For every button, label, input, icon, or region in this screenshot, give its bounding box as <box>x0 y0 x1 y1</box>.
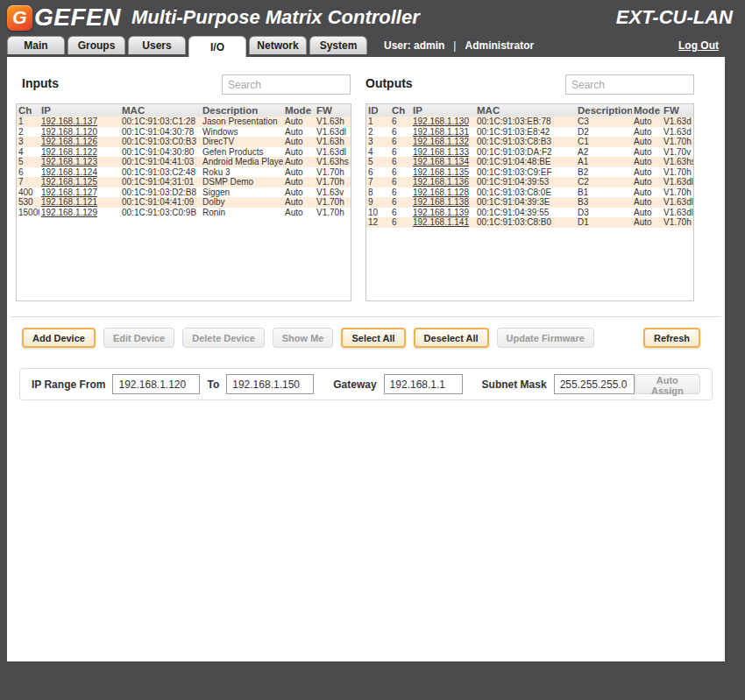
device-ip-link[interactable]: 192.168.1.130 <box>413 117 469 126</box>
table-row[interactable]: 126192.168.1.14100:1C:91:03:C8:B0D1AutoV… <box>366 217 693 228</box>
cell-description: Gefen Products <box>201 147 283 158</box>
add-device-button[interactable]: Add Device <box>22 328 96 348</box>
inputs-search-input[interactable] <box>222 74 351 95</box>
col-header-ip: IP <box>39 104 120 117</box>
device-ip-link[interactable]: 192.168.1.141 <box>413 217 469 227</box>
cell-fw: V1.70h <box>315 208 351 218</box>
table-row[interactable]: 4192.168.1.12200:1C:91:04:30:80Gefen Pro… <box>17 147 351 158</box>
cell-mode: Auto <box>283 177 315 187</box>
cell-mac: 00:1C:91:04:39:55 <box>475 208 576 218</box>
select-all-button[interactable]: Select All <box>341 328 405 348</box>
cell-ip: 192.168.1.134 <box>411 157 475 167</box>
table-row[interactable]: 3192.168.1.12600:1C:91:03:C0:B3DirecTVAu… <box>17 137 351 147</box>
device-ip-link[interactable]: 192.168.1.122 <box>41 147 97 157</box>
device-ip-link[interactable]: 192.168.1.131 <box>413 127 469 137</box>
ip-range-to-label: To <box>207 378 219 391</box>
table-row[interactable]: 16192.168.1.13000:1C:91:03:EB:78C3AutoV1… <box>366 117 693 127</box>
gateway-label: Gateway <box>333 378 376 391</box>
device-ip-link[interactable]: 192.168.1.125 <box>41 177 97 187</box>
cell-fw: V1.63d <box>662 117 693 127</box>
device-ip-link[interactable]: 192.168.1.123 <box>41 157 97 166</box>
table-row[interactable]: 26192.168.1.13100:1C:91:03:E8:42D2AutoV1… <box>366 127 693 138</box>
cell-mac: 00:1C:91:04:30:80 <box>120 147 201 158</box>
device-ip-link[interactable]: 192.168.1.134 <box>413 157 469 166</box>
table-row[interactable]: 5192.168.1.12300:1C:91:04:41:03Android M… <box>17 157 351 167</box>
inputs-table-panel: Ch IP MAC Description Mode FW 1192.168.1… <box>16 103 351 301</box>
outputs-header-row: ID Ch IP MAC Description Mode FW <box>366 104 693 117</box>
deselect-all-button[interactable]: Deselect All <box>414 328 489 348</box>
user-role-separator: | <box>453 39 456 52</box>
table-row[interactable]: 2192.168.1.12000:1C:91:04:30:78WindowsAu… <box>17 127 351 138</box>
outputs-search-input[interactable] <box>565 74 694 95</box>
device-ip-link[interactable]: 192.168.1.127 <box>41 187 97 197</box>
device-ip-link[interactable]: 192.168.1.136 <box>413 177 469 187</box>
device-ip-link[interactable]: 192.168.1.129 <box>41 208 97 217</box>
table-row[interactable]: 36192.168.1.13200:1C:91:03:C8:B3C1AutoV1… <box>366 137 693 147</box>
col-header-ch: Ch <box>390 104 411 117</box>
ip-range-to-input[interactable] <box>226 374 314 394</box>
device-ip-link[interactable]: 192.168.1.135 <box>413 167 469 177</box>
table-row[interactable]: 56192.168.1.13400:1C:91:04:48:BEA1AutoV1… <box>366 157 693 167</box>
tab-groups[interactable]: Groups <box>67 36 125 54</box>
device-ip-link[interactable]: 192.168.1.137 <box>41 117 97 126</box>
table-row[interactable]: 106192.168.1.13900:1C:91:04:39:55D3AutoV… <box>366 208 693 218</box>
table-row[interactable]: 66192.168.1.13500:1C:91:03:C9:EFB2AutoV1… <box>366 167 693 178</box>
device-ip-link[interactable]: 192.168.1.139 <box>413 208 469 217</box>
cell-mode: Auto <box>283 157 315 167</box>
table-row[interactable]: 400192.168.1.12700:1C:91:03:D2:B8SiggenA… <box>17 187 351 198</box>
logo-glyph: G <box>12 7 26 28</box>
cell-ip: 192.168.1.122 <box>39 147 120 158</box>
table-row[interactable]: 1192.168.1.13700:1C:91:03:C1:28Jason Pre… <box>17 117 351 127</box>
cell-ip: 192.168.1.137 <box>39 117 120 127</box>
inputs-table-body: 1192.168.1.13700:1C:91:03:C1:28Jason Pre… <box>17 117 351 217</box>
tab-system[interactable]: System <box>309 36 367 54</box>
refresh-button[interactable]: Refresh <box>643 328 700 348</box>
table-row[interactable]: 76192.168.1.13600:1C:91:04:39:53C2AutoV1… <box>366 177 693 187</box>
tab-users[interactable]: Users <box>128 36 186 54</box>
tab-io[interactable]: I/O <box>188 36 246 57</box>
device-ip-link[interactable]: 192.168.1.132 <box>413 137 469 146</box>
device-ip-link[interactable]: 192.168.1.138 <box>413 197 469 207</box>
tab-network[interactable]: Network <box>249 36 307 54</box>
cell-description: Jason Presentation <box>201 117 283 127</box>
cell-mode: Auto <box>632 137 662 147</box>
table-row[interactable]: 86192.168.1.12800:1C:91:03:C8:0EB1AutoV1… <box>366 187 693 198</box>
cell-fw: V1.63h <box>315 117 351 127</box>
content-panel: Inputs Outputs Ch IP MAC Description Mod… <box>7 57 725 661</box>
ip-range-from-input[interactable] <box>112 374 200 394</box>
table-row[interactable]: 6192.168.1.12400:1C:91:03:C2:48Roku 3Aut… <box>17 167 351 178</box>
gateway-input[interactable] <box>384 374 463 394</box>
cell-ip: 192.168.1.129 <box>39 208 120 218</box>
user-info: User: admin|Administrator <box>384 39 534 52</box>
device-ip-link[interactable]: 192.168.1.126 <box>41 137 97 146</box>
cell-mac: 00:1C:91:03:C8:0E <box>475 187 576 198</box>
table-row[interactable]: 7192.168.1.12500:1C:91:04:31:01DSMP Demo… <box>17 177 351 187</box>
tab-main[interactable]: Main <box>7 36 65 54</box>
cell-description: Dolby <box>201 197 283 208</box>
col-header-mode: Mode <box>283 104 315 117</box>
cell-fw: V1.63dl <box>315 127 351 138</box>
logout-link[interactable]: Log Out <box>678 39 719 52</box>
device-ip-link[interactable]: 192.168.1.133 <box>413 147 469 157</box>
device-ip-link[interactable]: 192.168.1.121 <box>41 197 97 207</box>
device-ip-link[interactable]: 192.168.1.124 <box>41 167 97 177</box>
cell-mode: Auto <box>283 208 315 218</box>
cell-mode: Auto <box>632 217 662 228</box>
cell-ch: 6 <box>390 167 411 178</box>
col-header-id: ID <box>366 104 390 117</box>
table-row[interactable]: 96192.168.1.13800:1C:91:04:39:3EB3AutoV1… <box>366 197 693 208</box>
table-row[interactable]: 15000192.168.1.12900:1C:91:03:C0:9BRonin… <box>17 208 351 218</box>
cell-mac: 00:1C:91:04:39:53 <box>475 177 576 187</box>
device-ip-link[interactable]: 192.168.1.128 <box>413 187 469 197</box>
subnet-mask-input[interactable] <box>554 374 635 394</box>
cell-ch: 5 <box>17 157 39 167</box>
cell-description: B1 <box>576 187 632 198</box>
table-row[interactable]: 46192.168.1.13300:1C:91:03:DA:F2A2AutoV1… <box>366 147 693 158</box>
device-ip-link[interactable]: 192.168.1.120 <box>41 127 97 137</box>
cell-description: A1 <box>576 157 632 167</box>
cell-fw: V1.70h <box>662 217 693 228</box>
cell-ip: 192.168.1.141 <box>411 217 475 228</box>
cell-fw: V1.70h <box>315 177 351 187</box>
table-row[interactable]: 530192.168.1.12100:1C:91:04:41:09DolbyAu… <box>17 197 351 208</box>
outputs-table: ID Ch IP MAC Description Mode FW 16192.1… <box>366 104 693 228</box>
